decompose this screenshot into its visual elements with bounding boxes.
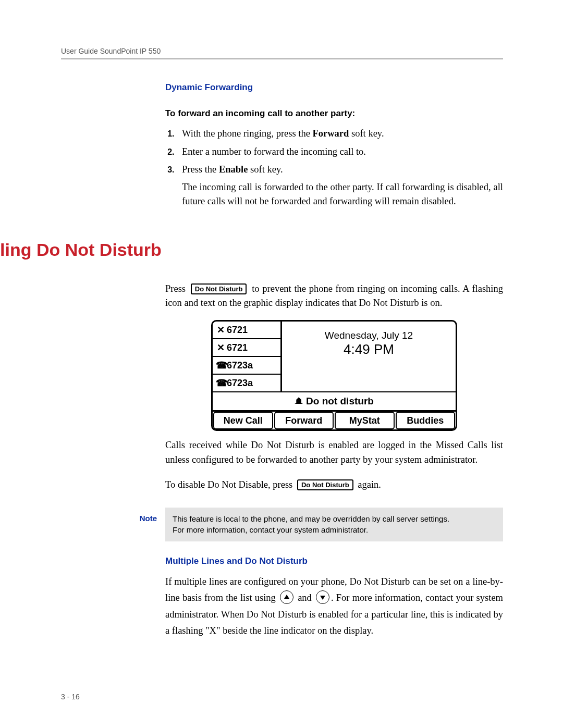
lcd-time: 4:49 PM xyxy=(282,341,456,357)
note-body: This feature is local to the phone, and … xyxy=(165,508,503,541)
lcd-main: Wednesday, July 12 4:49 PM xyxy=(282,322,456,391)
section-title-dynamic-forwarding: Dynamic Forwarding xyxy=(165,82,503,93)
step-2: Enter a number to forward the incoming c… xyxy=(177,144,503,159)
softkey-buddies: Buddies xyxy=(396,412,456,429)
do-not-disturb-key-icon: Do Not Disturb xyxy=(297,479,353,490)
phone-icon: ☎ xyxy=(216,360,225,371)
down-arrow-icon xyxy=(316,590,329,604)
lcd-line-1: ✕6721 xyxy=(213,322,280,339)
dnd-section: Press Do Not Disturb to prevent the phon… xyxy=(165,282,503,639)
procedure-steps: With the phone ringing, press the Forwar… xyxy=(165,126,503,208)
step-3-tail: The incoming call is forwarded to the ot… xyxy=(182,180,503,208)
step-1-text-pre: With the phone ringing, press the xyxy=(182,128,313,139)
note-label: Note xyxy=(118,508,165,541)
lcd-line-2: ✕6721 xyxy=(213,339,280,357)
lcd-line-2-label: 6721 xyxy=(227,342,248,353)
step-3-bold: Enable xyxy=(219,164,248,175)
lcd-dnd-text: Do not disturb xyxy=(306,396,374,407)
x-icon: ✕ xyxy=(216,342,225,353)
step-3-text-post: soft key. xyxy=(248,164,283,175)
lcd-line-list: ✕6721 ✕6721 ☎6723a ☎6723a xyxy=(213,322,282,391)
phone-icon: ☎ xyxy=(216,377,225,389)
lcd-line-4: ☎6723a xyxy=(213,375,280,391)
lcd-upper: ✕6721 ✕6721 ☎6723a ☎6723a Wednesday, Jul… xyxy=(213,322,456,391)
procedure-title: To forward an incoming call to another p… xyxy=(165,108,503,119)
dnd-p1-pre: Press xyxy=(165,283,189,294)
section-title-multiple-lines: Multiple Lines and Do Not Disturb xyxy=(165,556,503,566)
dnd-paragraph-2: Calls received while Do Not Disturb is e… xyxy=(165,438,503,467)
lcd-frame: ✕6721 ✕6721 ☎6723a ☎6723a Wednesday, Jul… xyxy=(211,320,457,431)
lcd-line-1-label: 6721 xyxy=(227,325,248,336)
softkey-forward: Forward xyxy=(274,412,334,429)
dnd-p3-pre: To disable Do Not Disable, press xyxy=(165,479,295,490)
lcd-dnd-row: Do not disturb xyxy=(213,391,456,412)
lcd-softkeys: New Call Forward MyStat Buddies xyxy=(213,412,456,429)
dnd-paragraph-1: Press Do Not Disturb to prevent the phon… xyxy=(165,282,503,311)
phone-display-illustration: ✕6721 ✕6721 ☎6723a ☎6723a Wednesday, Jul… xyxy=(211,320,457,431)
do-not-disturb-key-icon: Do Not Disturb xyxy=(191,283,247,294)
dnd-p3-post: again. xyxy=(356,479,381,490)
step-1: With the phone ringing, press the Forwar… xyxy=(177,126,503,141)
x-icon: ✕ xyxy=(216,324,225,336)
lcd-line-4-label: 6723a xyxy=(227,378,253,389)
dnd-paragraph-3: To disable Do Not Disable, press Do Not … xyxy=(165,478,503,492)
document-page: User Guide SoundPoint IP 550 Dynamic For… xyxy=(0,0,563,728)
lcd-date: Wednesday, July 12 xyxy=(282,330,456,341)
step-1-bold: Forward xyxy=(313,128,349,139)
content-column: Dynamic Forwarding To forward an incomin… xyxy=(165,82,503,208)
ml-and: and xyxy=(295,593,314,603)
running-header: User Guide SoundPoint IP 550 xyxy=(61,47,503,55)
header-rule xyxy=(61,58,503,59)
note-line-1: This feature is local to the phone, and … xyxy=(173,514,449,523)
multiple-lines-paragraph: If multiple lines are configured on your… xyxy=(165,574,503,639)
lcd-line-3: ☎6723a xyxy=(213,357,280,375)
step-3-text-pre: Press the xyxy=(182,164,219,175)
note-block: Note This feature is local to the phone,… xyxy=(118,508,503,541)
heading-enabling-dnd: Enabling Do Not Disturb xyxy=(0,240,503,260)
page-number: 3 - 16 xyxy=(61,693,80,701)
bell-icon xyxy=(295,397,303,405)
lcd-line-3-label: 6723a xyxy=(227,360,253,371)
note-line-2: For more information, contact your syste… xyxy=(173,525,368,534)
up-arrow-icon xyxy=(280,590,293,604)
step-1-text-post: soft key. xyxy=(349,128,384,139)
softkey-mystat: MyStat xyxy=(335,412,395,429)
step-3: Press the Enable soft key. The incoming … xyxy=(177,162,503,208)
softkey-new-call: New Call xyxy=(213,412,273,429)
